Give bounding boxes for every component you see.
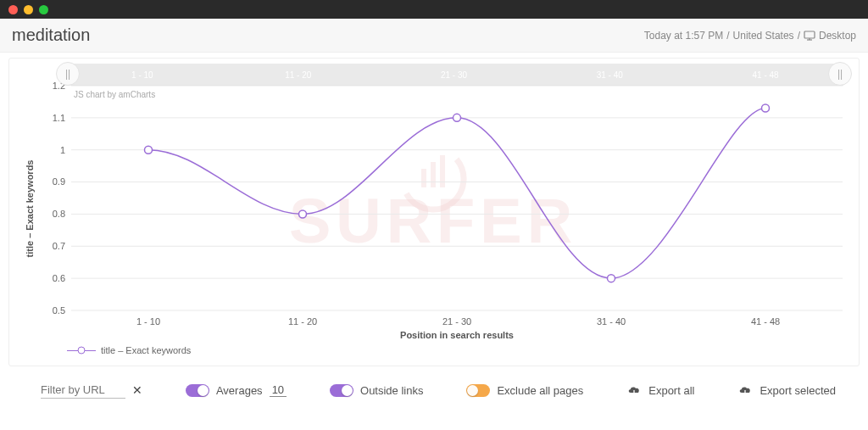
page-meta: Today at 1:57 PM / United States / Deskt… — [644, 30, 856, 42]
cloud-download-icon — [737, 385, 753, 396]
svg-rect-6 — [440, 155, 445, 187]
range-band[interactable]: 1 - 10 11 - 20 21 - 30 31 - 40 41 - 48 — [64, 64, 843, 86]
x-axis: 1 - 10 11 - 20 21 - 30 31 - 40 41 - 48 — [136, 316, 780, 327]
svg-text:31 - 40: 31 - 40 — [597, 316, 626, 327]
window-minimize-icon[interactable] — [24, 5, 33, 14]
watermark-text: SURFER — [289, 186, 577, 256]
svg-text:0.9: 0.9 — [53, 176, 65, 187]
svg-text:0.6: 0.6 — [53, 273, 65, 283]
window-titlebar — [0, 0, 868, 19]
outside-links-label: Outside links — [360, 384, 423, 397]
svg-text:21 - 30: 21 - 30 — [442, 316, 471, 327]
range-handle-left[interactable]: || — [56, 62, 80, 86]
data-point[interactable] — [453, 114, 461, 121]
chart-credit: JS chart by amCharts — [74, 90, 155, 99]
svg-rect-4 — [421, 169, 426, 187]
averages-toggle[interactable] — [186, 384, 209, 397]
svg-text:1.1: 1.1 — [53, 113, 65, 123]
export-all-button[interactable]: Export all — [626, 384, 694, 397]
export-selected-button[interactable]: Export selected — [737, 384, 836, 397]
svg-text:41 - 48: 41 - 48 — [751, 316, 780, 327]
desktop-icon — [804, 31, 815, 41]
svg-text:0.8: 0.8 — [53, 209, 65, 219]
legend-marker-icon — [67, 346, 96, 355]
outside-links-toggle[interactable] — [330, 384, 353, 397]
chart-card: 1 - 10 11 - 20 21 - 30 31 - 40 41 - 48 |… — [8, 58, 860, 366]
cloud-download-icon — [626, 385, 642, 396]
svg-text:1: 1 — [60, 145, 65, 155]
clear-filter-icon[interactable]: ✕ — [132, 383, 142, 397]
averages-value[interactable]: 10 — [270, 383, 287, 397]
y-axis-title: title – Exact keywords — [25, 160, 35, 258]
meta-country: United States — [733, 30, 794, 42]
filter-url-input[interactable] — [41, 382, 125, 399]
exclude-pages-label: Exclude all pages — [497, 384, 583, 397]
bottom-toolbar: ✕ Averages 10 Outside links Exclude all … — [8, 366, 860, 405]
page-header: meditation Today at 1:57 PM / United Sta… — [0, 19, 868, 53]
legend-label: title – Exact keywords — [101, 345, 191, 355]
svg-rect-5 — [431, 162, 436, 187]
data-point[interactable] — [762, 104, 770, 112]
meta-time: Today at 1:57 PM — [644, 30, 723, 42]
window-close-icon[interactable] — [8, 5, 18, 14]
data-point[interactable] — [299, 210, 307, 218]
window-maximize-icon[interactable] — [39, 5, 48, 14]
chart-area: SURFER JS chart by amCharts title – Exac… — [16, 60, 850, 340]
data-point[interactable] — [145, 146, 153, 154]
page-title: meditation — [12, 25, 90, 45]
averages-label: Averages — [216, 384, 263, 397]
x-axis-title: Position in search results — [400, 330, 514, 340]
svg-text:1 - 10: 1 - 10 — [136, 316, 160, 327]
data-point[interactable] — [608, 275, 615, 282]
svg-text:0.5: 0.5 — [53, 305, 65, 316]
meta-device: Desktop — [819, 30, 856, 42]
chart-legend: title – Exact keywords — [16, 340, 852, 355]
range-handle-right[interactable]: || — [828, 62, 852, 86]
svg-text:11 - 20: 11 - 20 — [288, 316, 317, 327]
svg-rect-0 — [804, 31, 815, 38]
svg-text:0.7: 0.7 — [53, 241, 65, 251]
exclude-pages-toggle[interactable] — [466, 384, 490, 397]
